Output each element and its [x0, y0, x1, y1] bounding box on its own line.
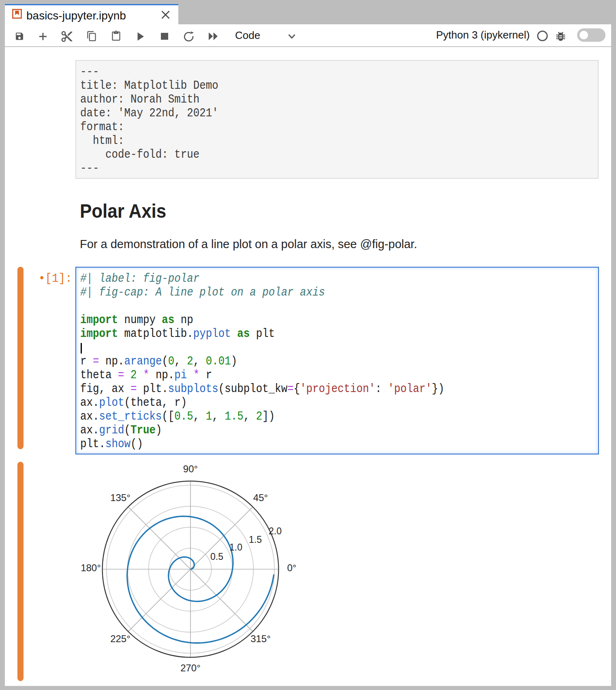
svg-text:0°: 0° [287, 562, 297, 573]
svg-text:315°: 315° [250, 633, 271, 644]
svg-text:180°: 180° [81, 562, 101, 573]
svg-text:45°: 45° [253, 492, 268, 503]
svg-text:1.0: 1.0 [229, 542, 242, 553]
svg-text:90°: 90° [183, 463, 198, 474]
svg-text:2.0: 2.0 [269, 526, 282, 536]
svg-text:270°: 270° [180, 662, 201, 673]
svg-text:0.5: 0.5 [210, 551, 223, 562]
svg-text:225°: 225° [110, 633, 130, 644]
svg-text:135°: 135° [110, 492, 130, 503]
svg-text:1.5: 1.5 [249, 534, 262, 545]
